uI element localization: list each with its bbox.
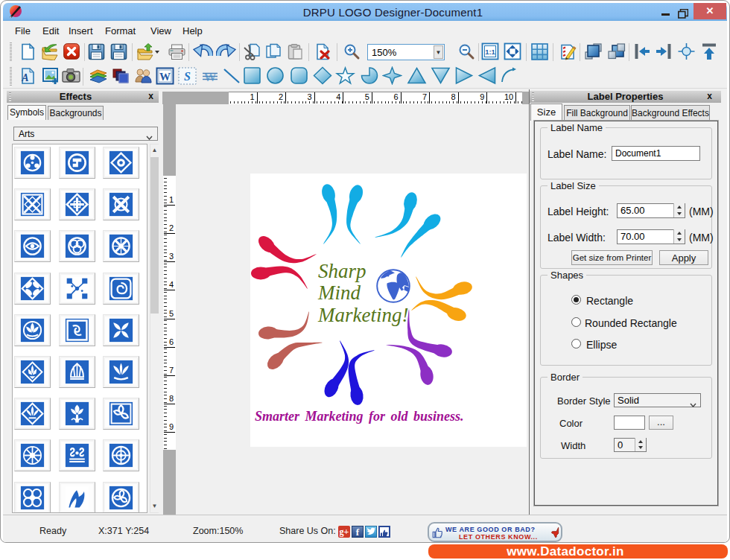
svg-text:Mind: Mind <box>317 281 361 304</box>
svg-text:A: A <box>21 72 28 83</box>
svg-text:W: W <box>159 71 171 83</box>
svg-text:Sharp: Sharp <box>318 260 366 282</box>
svg-text:Smarter Marketing for old busi: Smarter Marketing for old business. <box>255 409 464 424</box>
svg-text:1:1: 1:1 <box>485 48 495 56</box>
svg-text:Marketing!: Marketing! <box>317 304 408 326</box>
svg-text:W: W <box>204 70 217 84</box>
svg-text:S: S <box>184 70 191 83</box>
